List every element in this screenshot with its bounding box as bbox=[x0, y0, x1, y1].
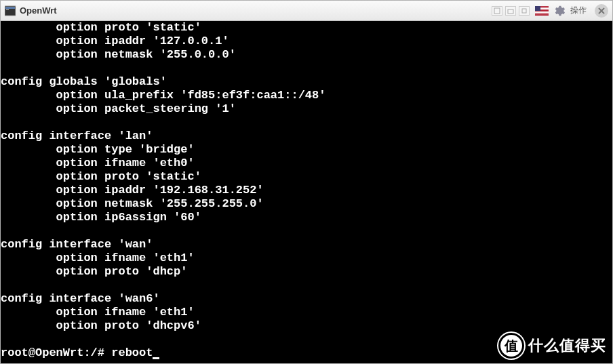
close-button[interactable] bbox=[595, 4, 608, 18]
svg-rect-13 bbox=[535, 6, 540, 11]
window-button-3[interactable] bbox=[519, 6, 530, 16]
svg-rect-5 bbox=[522, 9, 526, 13]
terminal-output[interactable]: option proto 'static' option ipaddr '127… bbox=[1, 21, 612, 363]
action-label[interactable]: 操作 bbox=[570, 5, 587, 16]
svg-rect-10 bbox=[535, 11, 549, 12]
svg-rect-12 bbox=[535, 14, 549, 14]
svg-rect-2 bbox=[6, 9, 9, 10]
app-window: OpenWrt bbox=[0, 0, 613, 364]
window-button-1[interactable] bbox=[492, 6, 502, 16]
cursor bbox=[153, 357, 159, 359]
svg-rect-4 bbox=[508, 9, 513, 14]
shell-prompt: root@OpenWrt:/# bbox=[1, 346, 111, 359]
watermark: 值 什么值得买 bbox=[498, 333, 606, 359]
window-title: OpenWrt bbox=[20, 5, 57, 16]
shell-command: reboot bbox=[111, 346, 153, 359]
titlebar: OpenWrt bbox=[1, 1, 612, 21]
terminal-icon bbox=[5, 5, 16, 16]
us-flag-icon[interactable] bbox=[535, 6, 549, 16]
watermark-badge: 值 bbox=[498, 333, 524, 359]
gear-icon[interactable] bbox=[554, 5, 565, 16]
titlebar-controls: 操作 bbox=[492, 4, 608, 18]
svg-rect-1 bbox=[5, 7, 15, 9]
window-button-2[interactable] bbox=[505, 6, 516, 16]
watermark-text: 什么值得买 bbox=[528, 336, 606, 356]
svg-rect-3 bbox=[494, 8, 500, 14]
svg-rect-11 bbox=[535, 12, 549, 13]
